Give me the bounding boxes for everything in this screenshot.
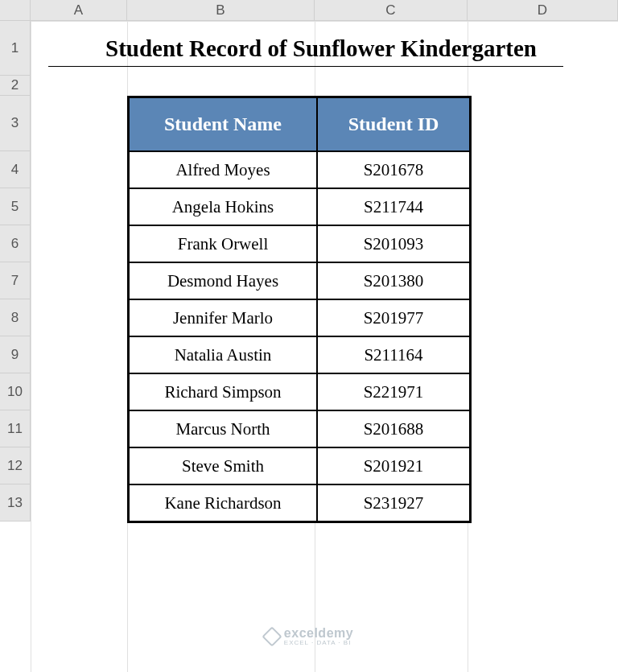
col-header-a[interactable]: A xyxy=(31,0,127,21)
cell-student-name[interactable]: Steve Smith xyxy=(129,447,317,484)
gridline xyxy=(31,0,31,672)
header-student-id[interactable]: Student ID xyxy=(317,97,470,151)
table-row: Kane Richardson S231927 xyxy=(129,484,470,522)
row-header-8[interactable]: 8 xyxy=(0,299,31,336)
table-header-row: Student Name Student ID xyxy=(129,97,470,151)
row-header-3[interactable]: 3 xyxy=(0,96,31,151)
cell-student-id[interactable]: S231927 xyxy=(317,484,470,522)
cell-student-name[interactable]: Natalia Austin xyxy=(129,336,317,373)
page-title[interactable]: Student Record of Sunflower Kindergarten xyxy=(31,22,611,76)
col-header-b[interactable]: B xyxy=(127,0,315,21)
cell-student-id[interactable]: S201688 xyxy=(317,410,470,447)
cell-student-name[interactable]: Desmond Hayes xyxy=(129,262,317,299)
table-row: Richard Simpson S221971 xyxy=(129,373,470,410)
cell-student-name[interactable]: Kane Richardson xyxy=(129,484,317,522)
cell-student-name[interactable]: Jennifer Marlo xyxy=(129,299,317,336)
table-row: Natalia Austin S211164 xyxy=(129,336,470,373)
table-row: Frank Orwell S201093 xyxy=(129,225,470,262)
row-header-6[interactable]: 6 xyxy=(0,225,31,262)
row-header-1[interactable]: 1 xyxy=(0,21,31,76)
watermark-text: exceldemy EXCEL · DATA · BI xyxy=(284,627,353,646)
col-header-d[interactable]: D xyxy=(468,0,618,21)
table-row: Desmond Hayes S201380 xyxy=(129,262,470,299)
cell-student-id[interactable]: S211164 xyxy=(317,336,470,373)
header-student-name[interactable]: Student Name xyxy=(129,97,317,151)
watermark-tagline: EXCEL · DATA · BI xyxy=(284,640,353,646)
title-underline xyxy=(48,66,563,67)
col-header-c[interactable]: C xyxy=(315,0,468,21)
row-header-10[interactable]: 10 xyxy=(0,373,31,410)
cell-student-name[interactable]: Marcus North xyxy=(129,410,317,447)
row-header-12[interactable]: 12 xyxy=(0,447,31,484)
cell-student-id[interactable]: S201977 xyxy=(317,299,470,336)
table-row: Steve Smith S201921 xyxy=(129,447,470,484)
watermark-logo-icon xyxy=(262,626,282,646)
row-header-4[interactable]: 4 xyxy=(0,151,31,188)
row-header-11[interactable]: 11 xyxy=(0,410,31,447)
row-header-2[interactable]: 2 xyxy=(0,76,31,96)
table-row: Angela Hokins S211744 xyxy=(129,188,470,225)
row-header-13[interactable]: 13 xyxy=(0,484,31,522)
cell-student-name[interactable]: Angela Hokins xyxy=(129,188,317,225)
cell-student-id[interactable]: S211744 xyxy=(317,188,470,225)
cell-student-name[interactable]: Richard Simpson xyxy=(129,373,317,410)
spreadsheet-sheet: A B C D 1 2 3 4 5 6 7 8 9 10 11 12 13 St… xyxy=(0,0,618,672)
cell-student-id[interactable]: S201678 xyxy=(317,151,470,188)
cell-student-id[interactable]: S201921 xyxy=(317,447,470,484)
row-header-9[interactable]: 9 xyxy=(0,336,31,373)
table-body: Alfred Moyes S201678 Angela Hokins S2117… xyxy=(129,151,470,522)
cell-student-id[interactable]: S201093 xyxy=(317,225,470,262)
cell-student-name[interactable]: Alfred Moyes xyxy=(129,151,317,188)
cell-student-name[interactable]: Frank Orwell xyxy=(129,225,317,262)
cell-student-id[interactable]: S201380 xyxy=(317,262,470,299)
watermark: exceldemy EXCEL · DATA · BI xyxy=(0,627,618,646)
select-all-corner[interactable] xyxy=(0,0,31,21)
student-table: Student Name Student ID Alfred Moyes S20… xyxy=(127,96,472,523)
table-row: Jennifer Marlo S201977 xyxy=(129,299,470,336)
title-text: Student Record of Sunflower Kindergarten xyxy=(105,35,537,62)
table-row: Alfred Moyes S201678 xyxy=(129,151,470,188)
cell-student-id[interactable]: S221971 xyxy=(317,373,470,410)
row-header-5[interactable]: 5 xyxy=(0,188,31,225)
table-row: Marcus North S201688 xyxy=(129,410,470,447)
row-header-7[interactable]: 7 xyxy=(0,262,31,299)
watermark-brand: exceldemy xyxy=(284,627,353,640)
